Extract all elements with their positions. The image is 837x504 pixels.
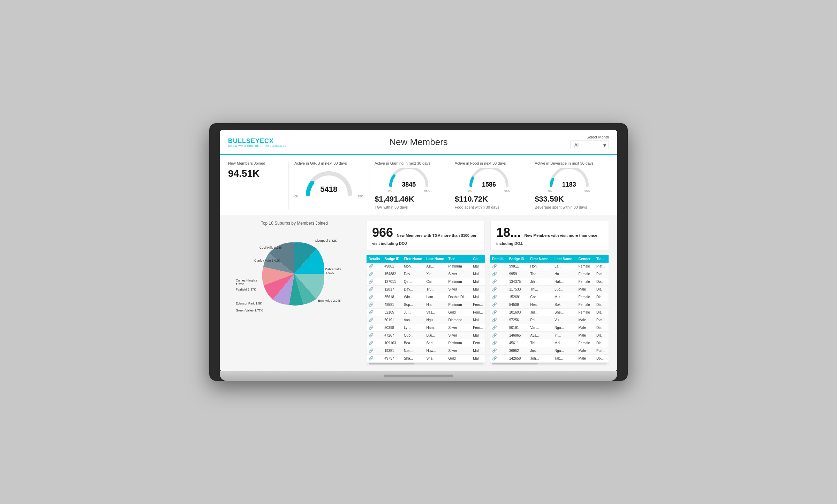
gauge-gfb: 5418 0K 95K [294, 168, 363, 198]
cell-first-name: Jul... [528, 308, 552, 316]
cell-link[interactable]: 🔗 [367, 331, 382, 339]
cell-tier: Dia... [594, 293, 609, 301]
active-food-value: 1586 [482, 181, 496, 188]
cell-tier: Platinum [446, 339, 471, 347]
cell-gender: Male [576, 285, 594, 293]
cell-last-name: Ngu... [552, 347, 576, 354]
cell-tier: Dia... [594, 301, 609, 308]
cell-link[interactable]: 🔗 [367, 293, 382, 301]
cell-link[interactable]: 🔗 [367, 308, 382, 316]
cell-link[interactable]: 🔗 [490, 347, 507, 354]
table-row: 🔗 48581 Sop... Nia... Platinum Fem... [367, 301, 485, 308]
cell-tier: Do... [594, 354, 609, 362]
cell-link[interactable]: 🔗 [490, 316, 507, 324]
month-select[interactable]: All JanuaryFebruaryMarch AprilMayJune Ju… [571, 141, 609, 149]
select-month-label: Select Month [587, 135, 609, 139]
svg-text:Bonnyrigg 2.04K: Bonnyrigg 2.04K [318, 299, 341, 302]
cell-link[interactable]: 🔗 [490, 308, 507, 316]
cell-gender: Fem... [471, 301, 485, 308]
cell-link[interactable]: 🔗 [490, 270, 507, 278]
active-gfb-label: Active in G/F/B in next 30 days [294, 161, 363, 166]
cell-gender: Mal... [471, 270, 485, 278]
table-row: 🔗 52185 Jul... Vas... Gold Fem... [367, 308, 485, 316]
right-section: 966 New Members with TGV more than $100 … [366, 221, 609, 366]
cell-gender: Mal... [471, 263, 485, 270]
cell-link[interactable]: 🔗 [367, 263, 382, 270]
cell-badge-id: 50191 [507, 324, 528, 331]
cell-first-name: Dav... [402, 270, 424, 278]
cell-link[interactable]: 🔗 [367, 354, 382, 362]
cell-last-name: Luu... [424, 331, 446, 339]
svg-text:Liverpool 3.82K: Liverpool 3.82K [315, 239, 337, 242]
cell-link[interactable]: 🔗 [490, 278, 507, 285]
cell-badge-id: 50191 [382, 316, 402, 324]
cell-gender: Fem... [471, 308, 485, 316]
cell-link[interactable]: 🔗 [490, 339, 507, 347]
cell-link[interactable]: 🔗 [367, 316, 382, 324]
cell-last-name: La... [552, 263, 576, 270]
month-select-wrapper[interactable]: All JanuaryFebruaryMarch AprilMayJune Ju… [571, 141, 609, 149]
cell-link[interactable]: 🔗 [367, 270, 382, 278]
table-row: 🔗 97256 Phi... Vu... Male Plat... [490, 316, 609, 324]
table-row: 🔗 19351 Nae... Huw... Silver Mal... [367, 347, 485, 354]
cell-badge-id: 36952 [507, 347, 528, 354]
cell-gender: Male [576, 331, 594, 339]
dashboard: BULLSEYECX GROW WITH CUSTOMER INTELLIGEN… [220, 130, 617, 371]
cell-last-name: Huw... [424, 347, 446, 354]
visit-count: 18... [496, 225, 521, 240]
cell-first-name: Thi... [528, 339, 552, 347]
gauge-food: 1586 0K 95K [455, 168, 523, 193]
cell-first-name: Win... [402, 293, 424, 301]
gauge-beverage: 1183 0K 95K [535, 168, 603, 193]
svg-text:Cecil Hills 0.93K: Cecil Hills 0.93K [259, 246, 282, 249]
laptop-screen: BULLSEYECX GROW WITH CUSTOMER INTELLIGEN… [220, 130, 617, 371]
cell-gender: Male [576, 347, 594, 354]
cell-link[interactable]: 🔗 [367, 339, 382, 347]
cell-link[interactable]: 🔗 [490, 285, 507, 293]
cell-link[interactable]: 🔗 [490, 354, 507, 362]
cell-gender: Female [576, 270, 594, 278]
cell-badge-id: 49737 [382, 354, 402, 362]
cell-first-name: Cor... [528, 293, 552, 301]
cell-gender: Mal... [471, 293, 485, 301]
cell-gender: Male [576, 354, 594, 362]
cell-link[interactable]: 🔗 [490, 263, 507, 270]
cell-last-name: Tab... [552, 354, 576, 362]
food-spend-sub: Food spent within 30 days [455, 205, 523, 209]
cell-link[interactable]: 🔗 [367, 278, 382, 285]
cell-last-name: Xie... [424, 270, 446, 278]
bev-range-max: 95K [585, 189, 590, 193]
table1-scrollbar[interactable] [367, 362, 485, 365]
new-members-value: 94.51K [228, 168, 283, 179]
cell-link[interactable]: 🔗 [367, 324, 382, 331]
pie-chart-wrapper: Liverpool 3.82K Cabramatta 3.01K Bonnyri… [228, 228, 361, 319]
table2-scrollbar[interactable] [490, 362, 609, 365]
table2: Details Badge ID First Name Last Name Ge… [490, 255, 609, 366]
col-details-2: Details [490, 255, 507, 263]
cell-link[interactable]: 🔗 [367, 285, 382, 293]
cell-first-name: Van... [402, 316, 424, 324]
cell-last-name: Tru... [424, 285, 446, 293]
cell-tier: Silver [446, 331, 471, 339]
cell-last-name: Vu... [552, 316, 576, 324]
gaming-range-min: 0K [388, 189, 392, 193]
cell-tier: Silver [446, 270, 471, 278]
cell-link[interactable]: 🔗 [490, 301, 507, 308]
cell-first-name: Ays... [528, 331, 552, 339]
cell-link[interactable]: 🔗 [367, 301, 382, 308]
cell-link[interactable]: 🔗 [490, 293, 507, 301]
table-row: 🔗 109163 Bea... Sad... Platinum Fem... [367, 339, 485, 347]
table1: Details Badge ID First Name Last Name Ti… [366, 255, 485, 366]
cell-link[interactable]: 🔗 [490, 331, 507, 339]
cell-link[interactable]: 🔗 [367, 347, 382, 354]
food-spend-value: $110.72K [455, 195, 523, 204]
cell-tier: Platinum [446, 301, 471, 308]
cell-link[interactable]: 🔗 [490, 324, 507, 331]
cell-last-name: Ngu... [552, 324, 576, 331]
cell-first-name: Sop... [402, 301, 424, 308]
kpi-row: New Members Joined 94.51K Active in G/F/… [220, 155, 617, 215]
svg-text:Green Valley 1.77K: Green Valley 1.77K [236, 309, 263, 312]
gaming-range-max: 95K [424, 189, 430, 193]
col-gender-1: Ge... [471, 255, 485, 263]
table-row: 🔗 134375 Jih... Hak... Female Do... [490, 278, 609, 285]
